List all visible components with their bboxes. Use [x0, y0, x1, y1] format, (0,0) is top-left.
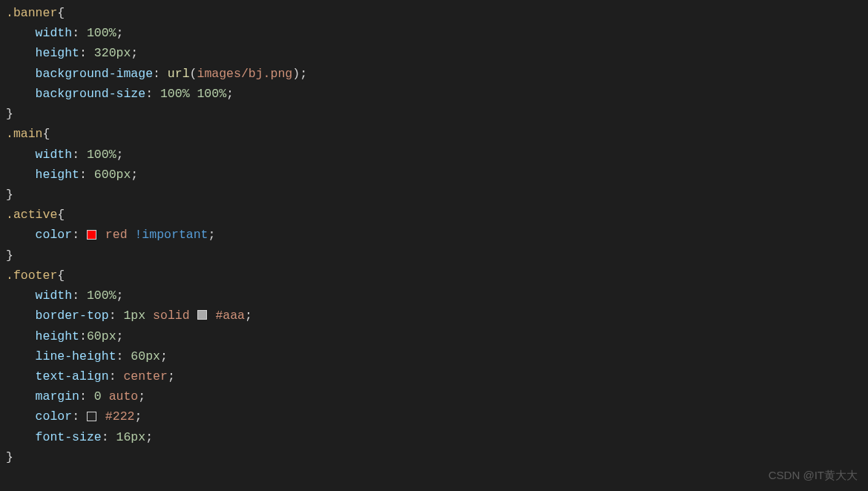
css-property: background-image [36, 67, 153, 81]
code-line[interactable]: border-top: 1px solid #aaa; [0, 306, 868, 326]
code-line[interactable]: .footer{ [0, 266, 868, 286]
css-property: width [36, 148, 73, 162]
code-line[interactable]: height: 600px; [0, 165, 868, 185]
css-important: !important [134, 228, 208, 242]
css-color: #222 [105, 409, 135, 424]
css-property: height [36, 168, 79, 182]
code-line[interactable]: } [0, 104, 868, 124]
css-value: solid [153, 309, 190, 323]
css-value: 60px [87, 329, 116, 343]
css-property: color [36, 409, 73, 424]
close-brace: } [6, 107, 13, 121]
code-line[interactable]: color: #222; [0, 406, 868, 426]
css-property: border-top [36, 309, 109, 323]
css-value: center [123, 369, 167, 383]
css-value: 60px [131, 349, 160, 363]
css-color: red [105, 228, 128, 242]
css-property: height [36, 329, 79, 343]
code-editor[interactable]: .banner{ width: 100%; height: 320px; bac… [0, 3, 868, 467]
css-value: 600px [94, 168, 131, 182]
code-line[interactable]: color: red !important; [0, 225, 868, 245]
css-value: 1px [123, 309, 145, 323]
css-value: 100% [87, 26, 116, 40]
css-selector: .footer [6, 268, 57, 283]
css-selector: .banner [6, 6, 57, 20]
code-line[interactable]: .active{ [0, 205, 868, 225]
color-swatch-icon [87, 412, 96, 421]
css-url: images/bj.png [197, 67, 292, 81]
code-line[interactable]: width: 100%; [0, 286, 868, 306]
css-property: background-size [36, 87, 146, 101]
color-swatch-icon [197, 310, 207, 320]
css-value: 320px [94, 46, 131, 60]
open-brace: { [57, 208, 65, 222]
css-value: 100% [87, 289, 116, 303]
code-line[interactable]: } [0, 185, 868, 205]
css-property: color [36, 228, 73, 242]
css-value: 100% [160, 87, 190, 101]
close-brace: } [6, 188, 13, 202]
css-value: 0 [94, 389, 102, 403]
css-value: 100% [87, 148, 116, 162]
code-line[interactable]: margin: 0 auto; [0, 386, 868, 406]
css-property: height [36, 46, 79, 60]
css-property: text-align [36, 369, 109, 383]
code-line[interactable]: background-image: url(images/bj.png); [0, 64, 868, 84]
css-property: margin [36, 389, 79, 403]
open-brace: { [43, 127, 50, 141]
code-line[interactable]: width: 100%; [0, 23, 868, 43]
code-line[interactable]: background-size: 100% 100%; [0, 84, 868, 104]
open-brace: { [57, 6, 65, 20]
css-selector: .active [6, 208, 57, 222]
color-swatch-icon [87, 230, 96, 240]
css-property: font-size [36, 430, 102, 444]
watermark-text: CSDN @IT黄大大 [769, 467, 858, 485]
css-property: width [36, 26, 73, 40]
css-color: #aaa [215, 309, 245, 323]
code-line[interactable]: .main{ [0, 124, 868, 144]
code-line[interactable]: height:60px; [0, 326, 868, 346]
css-function: url [168, 67, 190, 81]
css-property: width [36, 289, 73, 303]
code-line[interactable]: .banner{ [0, 3, 868, 23]
code-line[interactable]: text-align: center; [0, 366, 868, 386]
code-line[interactable]: font-size: 16px; [0, 427, 868, 447]
css-value: 100% [197, 87, 226, 101]
code-line[interactable]: width: 100%; [0, 145, 868, 165]
code-line[interactable]: height: 320px; [0, 43, 868, 63]
close-brace: } [6, 450, 13, 464]
css-selector: .main [6, 127, 43, 141]
code-line[interactable]: line-height: 60px; [0, 346, 868, 366]
css-value: auto [109, 389, 139, 403]
code-line[interactable]: } [0, 246, 868, 266]
close-brace: } [6, 248, 13, 263]
css-property: line-height [36, 349, 116, 363]
code-line[interactable]: } [0, 447, 868, 467]
open-brace: { [57, 268, 65, 283]
css-value: 16px [116, 430, 146, 444]
